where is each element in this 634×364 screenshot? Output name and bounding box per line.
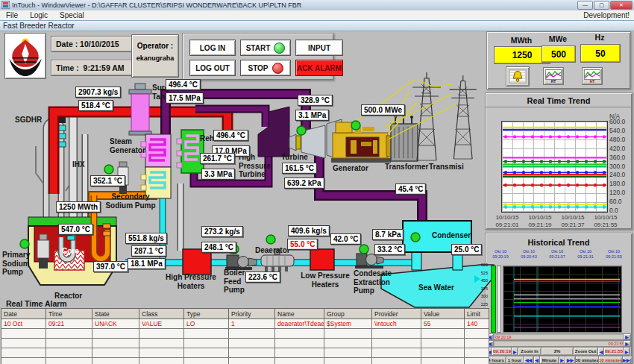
rt-ytick: 360.0 (609, 154, 625, 161)
ht-trend-x-axis: Okt 10 09:20:19Okt 10 09:20:43Okt 10 09:… (486, 249, 630, 261)
lamp-cep (360, 245, 368, 254)
label-turbine: Turbine (281, 153, 308, 162)
rt-trend-x-axis: 10/10/15 09:21:0110/10/15 09:21:1910/10/… (491, 214, 622, 228)
label-deaerator: Deaerator (255, 246, 290, 255)
lamp-deaerator (266, 235, 275, 244)
rt-ytick: 180.0 (609, 180, 625, 187)
ht-xtick: Okt 10 09:21:55 (600, 249, 628, 259)
generator-machine (331, 122, 394, 163)
rt-ytick: 540.0 (609, 127, 625, 134)
label-sea-water: Sea Water (418, 283, 454, 292)
value-crh-temp: 261.7 °C (200, 153, 235, 164)
ht-preset-1-hour[interactable]: 1 hour (506, 356, 524, 364)
alarm-empty-row (1, 358, 489, 364)
transmission-tower (450, 75, 477, 159)
ht-xtick: Okt 10 09:20:43 (515, 249, 543, 259)
label-lp-heaters: Low Pressure Heaters (298, 272, 352, 289)
alarm-empty-row (1, 339, 489, 348)
lp-heaters-box (310, 249, 334, 270)
label-core: Core (62, 247, 79, 256)
alarm-row[interactable]: 10 Oct09:21UNACKVALUELO1deaerator\Tdeae.… (1, 319, 489, 329)
rt-xtick: 10/10/15 09:21:01 (491, 214, 524, 229)
ht-ytick: 600 (479, 263, 488, 267)
ht-preset--[interactable]: ▶▶| (622, 356, 633, 364)
ht-scrollbar-top[interactable]: 09:20:19 (493, 333, 627, 340)
value-sw-temp: 25.0 °C (451, 244, 482, 255)
ht-start-time[interactable]: 09:20:19 (492, 347, 512, 356)
lamp-generator (351, 121, 360, 130)
alarm-col-time: Time (46, 309, 92, 319)
value-lp-press: 3.1 MPa (295, 110, 329, 121)
ht-preset-10-minutes[interactable]: 10 minutes (598, 356, 623, 364)
rt-ytick: 240.0 (609, 171, 625, 178)
value-dea-temp: 55.0 °C (287, 239, 318, 250)
value-crh-press: 3.3 MPa (201, 169, 235, 180)
ht-scroll-right[interactable]: ▶ (623, 333, 631, 340)
alarm-col-value: Value (421, 309, 465, 319)
ht-preset-30-minutes[interactable]: 30 minutes (575, 356, 600, 364)
ht-preset-minute[interactable]: Minute (539, 356, 559, 364)
rt-xtick: 10/10/15 09:21:55 (589, 214, 622, 229)
lamp-condenser (411, 233, 420, 242)
value-sg-flow: 2907.3 kg/s (75, 87, 121, 98)
value-fw-flow: 551.8 kg/s (125, 233, 167, 244)
ht-ytick: 375 (479, 286, 488, 291)
alarm-col-date: Date (1, 309, 46, 319)
ht-zoom-in-button[interactable]: Zoom In (518, 347, 542, 356)
alarm-col-type: Type (184, 309, 229, 319)
value-sec-cold: 352.1 °C (90, 175, 125, 186)
label-transmisi: Transmisi (429, 163, 464, 172)
ht-scroll2-right[interactable]: ▶ (623, 340, 631, 347)
label-steam-generator: Steam Generator (110, 137, 145, 154)
lamp-steam-generator (104, 165, 113, 174)
value-cond-in: 45.4 °C (395, 183, 426, 195)
alarm-col-provider: Provider (372, 309, 421, 319)
label-transformer: Transformer (385, 163, 428, 172)
ht-scrollbar-bottom[interactable]: 09:21:55 (493, 340, 627, 347)
value-fw-press: 18.1 MPa (128, 258, 166, 269)
ht-zoom-pct[interactable]: 2% (541, 347, 574, 356)
steam-generator-vessel (141, 134, 171, 198)
ht-xtick: Okt 10 09:21:07 (543, 249, 571, 259)
label-bfp: Boiler Feed Pump (224, 269, 245, 295)
value-gen-mwe: 500.0 MWe (361, 104, 405, 116)
alarm-empty-row (1, 348, 489, 358)
ht-ytick: 300 (479, 294, 488, 298)
label-sgdhr: SGDHR (15, 116, 42, 125)
value-bfp-temp: 223.6 °C (245, 272, 280, 283)
value-lph-temp: 42.0 °C (330, 233, 361, 245)
alarm-section-title: Real Time Alarm (6, 299, 67, 308)
rt-xtick: 10/10/15 09:21:37 (556, 214, 589, 229)
transformer-box (391, 113, 418, 161)
intouch-windowviewer: InTouch - WindowViewer - D:\GAFFAR CLUST… (0, 0, 634, 364)
value-exh-temp: 161.5 °C (282, 163, 317, 174)
ht-trend-chart (503, 266, 622, 333)
ht-pointer-icon (474, 275, 480, 283)
value-exh-press: 639.2 kPa (284, 178, 324, 189)
surge-tank (129, 84, 151, 135)
ht-end-next[interactable]: ▶ (623, 347, 630, 356)
value-sg-temp: 518.4 °C (78, 100, 113, 111)
label-condenser: Condenser (432, 231, 471, 240)
ht-trend-controls: ◀09:20:19▶◀09:21:55▶◀09:20:19▶Zoom In2%Z… (486, 333, 630, 362)
label-generator: Generator (333, 164, 368, 173)
rt-ytick: 480.0 (609, 136, 625, 143)
alarm-col-state: State (92, 309, 139, 319)
value-cep-temp: 33.2 °C (374, 244, 405, 255)
alarm-col-class: Class (139, 309, 184, 319)
value-ms-press: 17.5 MPa (166, 92, 204, 104)
label-primary-pump: Primary Sodium Pump (2, 251, 30, 277)
alarm-col-name: Name (275, 309, 324, 319)
ht-zoom-out-button[interactable]: Zoom Out (573, 347, 598, 356)
rt-ytick: 420.0 (609, 145, 625, 152)
ht-ytick: 525 (479, 271, 488, 275)
rt-ytick: 300.0 (609, 163, 625, 170)
value-hph-flow: 273.2 kg/s (201, 226, 243, 237)
lamp-turbine (297, 126, 306, 135)
rt-ytick: 60.0 (609, 198, 622, 205)
alarm-empty-row (1, 329, 489, 339)
alarm-table: DateTimeStateClassTypePriorityNameGroupP… (1, 308, 489, 364)
value-hph-temp: 248.1 °C (201, 242, 236, 253)
ht-xtick: Okt 10 09:21:31 (571, 249, 600, 259)
ht-end-time[interactable]: 09:21:55 (603, 347, 624, 356)
